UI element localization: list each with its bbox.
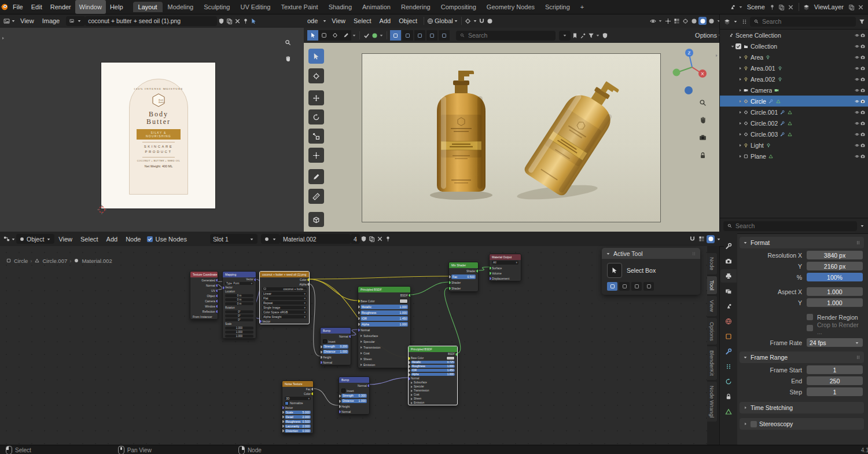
viewlayer-unlink-icon[interactable] bbox=[856, 3, 865, 11]
caret-right-icon[interactable] bbox=[737, 131, 743, 138]
shield-icon[interactable] bbox=[601, 31, 609, 39]
caret-right-icon[interactable] bbox=[737, 98, 743, 105]
property-value-step[interactable]: 1 bbox=[807, 387, 863, 396]
image-editor-type-icon[interactable] bbox=[2, 17, 10, 25]
node-mapping[interactable]: MappingVectorType: Point▾VectorLocation0… bbox=[222, 271, 256, 339]
properties-tab-view-layer[interactable] bbox=[720, 284, 737, 298]
viewport-canvas[interactable]: Z X bbox=[304, 43, 719, 232]
caret-right-icon[interactable] bbox=[737, 109, 743, 116]
tool-scale[interactable] bbox=[308, 129, 324, 144]
sidebar-tab-view[interactable]: View bbox=[707, 296, 717, 316]
fake-user-shield-icon[interactable] bbox=[217, 17, 225, 25]
orientation-label[interactable]: Global bbox=[435, 17, 453, 24]
magnet-icon[interactable] bbox=[478, 17, 486, 25]
mode-dropdown[interactable]: ode bbox=[306, 14, 322, 28]
show-gizmo-icon[interactable] bbox=[664, 17, 672, 25]
outliner-row-area-001[interactable]: Area.001 bbox=[720, 63, 868, 74]
tab-sculpting[interactable]: Sculpting bbox=[198, 2, 235, 12]
tool-move[interactable] bbox=[308, 90, 324, 105]
overlay-grid-icon[interactable] bbox=[697, 235, 705, 243]
navigation-gizmo[interactable]: Z X bbox=[668, 47, 715, 101]
outliner-search[interactable] bbox=[750, 17, 856, 27]
falloff-caret-icon[interactable] bbox=[378, 32, 384, 39]
outliner-type-icon[interactable] bbox=[723, 17, 731, 25]
hide-eye-icon[interactable] bbox=[854, 43, 860, 50]
node-bump1[interactable]: BumpNormalInvertStrength0.200Distance1.0… bbox=[320, 327, 351, 365]
outliner-row-area-002[interactable]: Area.002 bbox=[720, 74, 868, 85]
node-imagetex[interactable]: coconut + butter + seed oil (1).pngColor… bbox=[259, 271, 310, 324]
proportional-edit-icon[interactable] bbox=[486, 17, 494, 25]
sidebar-tab-node-wrangl[interactable]: Node Wrangl bbox=[707, 382, 717, 422]
outliner-type-caret-icon[interactable] bbox=[733, 18, 738, 25]
hide-eye-icon[interactable] bbox=[854, 65, 860, 72]
checkbox-crop-to-render-[interactable] bbox=[807, 325, 813, 331]
node-mix[interactable]: Mix ShaderShaderFac0.500ShaderShader bbox=[448, 262, 479, 292]
hide-eye-icon[interactable] bbox=[854, 87, 860, 94]
zoom-icon[interactable] bbox=[284, 38, 292, 46]
tab-uv-editing[interactable]: UV Editing bbox=[235, 2, 275, 12]
properties-search[interactable] bbox=[723, 221, 857, 231]
material-browse-button[interactable] bbox=[261, 234, 280, 244]
filter-icon[interactable] bbox=[858, 17, 866, 25]
outliner-row-scene collection[interactable]: Scene Collection bbox=[720, 30, 868, 41]
outliner-search-input[interactable] bbox=[761, 17, 852, 25]
snap-dropdown[interactable] bbox=[559, 31, 571, 41]
hide-eye-icon[interactable] bbox=[854, 131, 860, 138]
caret-right-icon[interactable] bbox=[737, 153, 743, 160]
tool-annotate[interactable] bbox=[308, 169, 324, 184]
panel-expand-icon[interactable] bbox=[0, 35, 6, 42]
section-checkbox[interactable] bbox=[751, 421, 757, 427]
shader-editor-type-icon[interactable] bbox=[2, 235, 10, 243]
viewport-menu-object[interactable]: Object bbox=[395, 14, 421, 28]
scene-pin-icon[interactable] bbox=[768, 3, 777, 11]
checkbox-render-region[interactable] bbox=[807, 314, 813, 320]
display-mode-icon[interactable] bbox=[740, 17, 748, 25]
frame-range-section-header[interactable]: Frame Range bbox=[740, 352, 864, 363]
image-menu-image[interactable]: Image bbox=[38, 14, 64, 28]
hide-eye-icon[interactable] bbox=[854, 153, 860, 160]
properties-search-input[interactable] bbox=[734, 222, 854, 230]
hide-eye-icon[interactable] bbox=[854, 54, 860, 61]
tab-texture-paint[interactable]: Texture Paint bbox=[275, 2, 323, 12]
select-mode-4[interactable] bbox=[439, 30, 450, 41]
caret-down-icon[interactable] bbox=[730, 43, 735, 50]
property-value-end[interactable]: 250 bbox=[807, 376, 863, 385]
visibility-icon[interactable] bbox=[649, 17, 657, 25]
collapsed-section-stereoscopy[interactable]: Stereoscopy bbox=[740, 418, 864, 430]
viewport-menu-add[interactable]: Add bbox=[376, 14, 395, 28]
select-tool-3[interactable] bbox=[340, 30, 351, 41]
collapsed-section-time-stretching[interactable]: Time Stretching bbox=[740, 402, 864, 413]
disable-render-icon[interactable] bbox=[860, 120, 866, 127]
viewlayer-icon[interactable] bbox=[803, 3, 811, 11]
gizmo-cursor-icon[interactable] bbox=[249, 17, 258, 25]
fake-user-shield-icon[interactable] bbox=[360, 235, 368, 243]
pin-icon[interactable] bbox=[241, 17, 249, 25]
pan-hand-icon[interactable] bbox=[284, 54, 292, 63]
nav-camera-icon[interactable] bbox=[699, 134, 707, 142]
node-bump2[interactable]: BumpNormalInvertStrength0.300Distance1.0… bbox=[339, 376, 370, 415]
material-name-field[interactable]: Material.002 bbox=[280, 234, 351, 244]
hide-eye-icon[interactable] bbox=[854, 98, 860, 105]
outliner-row-plane[interactable]: Plane bbox=[720, 151, 868, 162]
new-material-icon[interactable] bbox=[368, 235, 376, 243]
property-value-frame-start[interactable]: 1 bbox=[807, 365, 863, 374]
outliner-row-circle[interactable]: Circle bbox=[720, 96, 868, 107]
tool-check-icon[interactable] bbox=[362, 31, 370, 39]
mode-set-button[interactable] bbox=[607, 282, 617, 291]
disable-render-icon[interactable] bbox=[860, 142, 866, 149]
shading-solid-icon[interactable] bbox=[690, 17, 698, 25]
scene-icon[interactable] bbox=[729, 3, 737, 11]
viewport-menu-select[interactable]: Select bbox=[350, 14, 376, 28]
tool-add-cube[interactable] bbox=[308, 212, 324, 227]
image-name-field[interactable]: coconut + butter + seed oil (1).png bbox=[85, 16, 217, 26]
hide-eye-icon[interactable] bbox=[854, 76, 860, 83]
caret-right-icon[interactable] bbox=[737, 87, 743, 94]
mode-subtract-button[interactable] bbox=[631, 282, 642, 291]
blender-logo-icon[interactable] bbox=[0, 2, 9, 12]
select-tool-2[interactable] bbox=[329, 30, 340, 41]
properties-tab-particles[interactable] bbox=[720, 360, 737, 373]
caret-right-icon[interactable] bbox=[737, 76, 743, 83]
editor-type-caret-icon[interactable] bbox=[10, 17, 16, 24]
mode-extend-button[interactable] bbox=[619, 282, 630, 291]
scene-name[interactable]: Scene bbox=[745, 3, 767, 10]
